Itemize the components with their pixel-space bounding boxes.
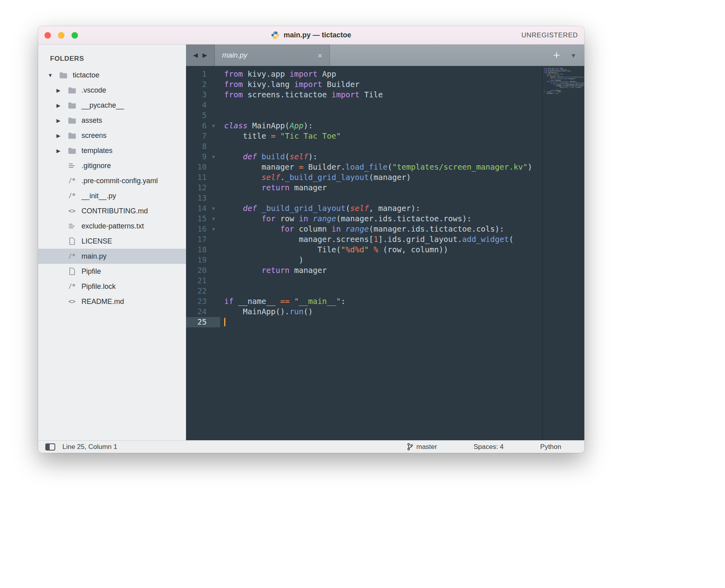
indentation-setting[interactable]: Spaces: 4 <box>473 443 504 451</box>
new-tab-icon[interactable]: + <box>553 49 560 61</box>
line-number[interactable]: 24 <box>186 307 207 317</box>
code-line-12[interactable]: 12 return manager <box>186 183 542 193</box>
disclosure-closed-icon[interactable]: ▶ <box>56 103 66 108</box>
tab-forward-icon[interactable]: ▶ <box>203 52 207 59</box>
code-line-24[interactable]: 24 MainApp().run() <box>186 307 542 317</box>
line-number[interactable]: 17 <box>186 234 207 245</box>
line-number[interactable]: 8 <box>186 141 207 152</box>
code-line-20[interactable]: 20 return manager <box>186 265 542 276</box>
tab-list-icon[interactable]: ▼ <box>570 52 576 59</box>
zoom-window-button[interactable] <box>72 32 78 39</box>
code-line-5[interactable]: 5 <box>186 110 542 121</box>
sidebar-toggle-icon[interactable] <box>45 443 55 451</box>
code-line-8[interactable]: 8 <box>186 141 542 152</box>
line-number[interactable]: 4 <box>186 100 207 110</box>
line-number[interactable]: 15 <box>186 214 207 224</box>
tree-file-__init__.py[interactable]: /*__init__.py <box>38 188 186 203</box>
line-number[interactable]: 19 <box>186 255 207 265</box>
code-line-1[interactable]: 1from kivy.app import App <box>186 69 542 79</box>
disclosure-open-icon[interactable]: ▼ <box>48 72 57 78</box>
code-area[interactable]: 1from kivy.app import App2from kivy.lang… <box>186 66 584 440</box>
fold-spacer <box>207 110 220 121</box>
tree-item-label: tictactoe <box>73 71 99 79</box>
disclosure-closed-icon[interactable]: ▶ <box>56 133 66 139</box>
code-lines[interactable]: 1from kivy.app import App2from kivy.lang… <box>186 66 542 440</box>
fold-arrow-icon[interactable]: ▼ <box>207 121 220 131</box>
tree-file-license[interactable]: LICENSE <box>38 234 186 249</box>
code-line-19[interactable]: 19 ) <box>186 255 542 265</box>
line-number[interactable]: 1 <box>186 69 207 79</box>
code-text: return manager <box>220 265 327 276</box>
fold-arrow-icon[interactable]: ▼ <box>207 152 220 162</box>
line-number[interactable]: 5 <box>186 110 207 121</box>
code-line-22[interactable]: 22 <box>186 286 542 296</box>
code-text: from kivy.lang import Builder <box>220 79 359 90</box>
code-text: Tile("%d%d" % (row, column)) <box>220 245 448 255</box>
code-icon: /* <box>66 283 78 290</box>
disclosure-closed-icon[interactable]: ▶ <box>56 118 66 124</box>
line-number[interactable]: 25 <box>186 317 207 327</box>
code-line-4[interactable]: 4 <box>186 100 542 110</box>
code-line-2[interactable]: 2from kivy.lang import Builder <box>186 79 542 90</box>
tree-file-.pre-commit-config.yaml[interactable]: /*.pre-commit-config.yaml <box>38 173 186 188</box>
line-number[interactable]: 10 <box>186 162 207 172</box>
code-line-25[interactable]: 25 <box>186 317 542 327</box>
code-line-13[interactable]: 13 <box>186 193 542 203</box>
line-number[interactable]: 22 <box>186 286 207 296</box>
disclosure-closed-icon[interactable]: ▶ <box>56 87 66 93</box>
tree-file-.gitignore[interactable]: .gitignore <box>38 158 186 173</box>
code-line-14[interactable]: 14▼ def _build_grid_layout(self, manager… <box>186 203 542 214</box>
line-number[interactable]: 2 <box>186 79 207 90</box>
tree-file-pipfile[interactable]: Pipfile <box>38 264 186 279</box>
tab-main-py[interactable]: main.py × <box>215 44 330 66</box>
code-line-10[interactable]: 10 manager = Builder.load_file("template… <box>186 162 542 172</box>
code-line-9[interactable]: 9▼ def build(self): <box>186 152 542 162</box>
code-line-17[interactable]: 17 manager.screens[1].ids.grid_layout.ad… <box>186 234 542 245</box>
minimap[interactable]: from kivy.app import Appfrom kivy.lang i… <box>542 66 584 440</box>
tree-folder-assets[interactable]: ▶assets <box>38 113 186 128</box>
line-number[interactable]: 16 <box>186 224 207 234</box>
fold-arrow-icon[interactable]: ▼ <box>207 214 220 224</box>
line-number[interactable]: 7 <box>186 131 207 141</box>
code-line-15[interactable]: 15▼ for row in range(manager.ids.tictact… <box>186 214 542 224</box>
tree-file-contributing.md[interactable]: <>CONTRIBUTING.md <box>38 203 186 219</box>
code-line-21[interactable]: 21 <box>186 276 542 286</box>
tree-folder-.vscode[interactable]: ▶.vscode <box>38 83 186 98</box>
syntax-language[interactable]: Python <box>540 443 561 451</box>
close-window-button[interactable] <box>45 32 51 39</box>
tree-file-pipfile.lock[interactable]: /*Pipfile.lock <box>38 279 186 294</box>
code-line-11[interactable]: 11 self._build_grid_layout(manager) <box>186 172 542 183</box>
tree-file-exclude-patterns.txt[interactable]: exclude-patterns.txt <box>38 219 186 234</box>
tree-folder-tictactoe[interactable]: ▼tictactoe <box>38 68 186 83</box>
tab-back-icon[interactable]: ◀ <box>193 52 198 59</box>
tree-folder-templates[interactable]: ▶templates <box>38 143 186 158</box>
line-number[interactable]: 3 <box>186 90 207 100</box>
line-number[interactable]: 20 <box>186 265 207 276</box>
tree-file-readme.md[interactable]: <>README.md <box>38 294 186 309</box>
tree-folder-__pycache__[interactable]: ▶__pycache__ <box>38 98 186 113</box>
tab-close-icon[interactable]: × <box>318 51 322 60</box>
line-number[interactable]: 11 <box>186 172 207 183</box>
line-number[interactable]: 23 <box>186 296 207 307</box>
code-line-7[interactable]: 7 title = "Tic Tac Toe" <box>186 131 542 141</box>
line-number[interactable]: 9 <box>186 152 207 162</box>
line-number[interactable]: 6 <box>186 121 207 131</box>
line-number[interactable]: 14 <box>186 203 207 214</box>
disclosure-closed-icon[interactable]: ▶ <box>56 148 66 154</box>
line-number[interactable]: 12 <box>186 183 207 193</box>
code-line-6[interactable]: 6▼class MainApp(App): <box>186 121 542 131</box>
code-text: for row in range(manager.ids.tictactoe.r… <box>220 214 471 224</box>
tree-item-label: templates <box>81 147 112 155</box>
line-number[interactable]: 13 <box>186 193 207 203</box>
line-number[interactable]: 21 <box>186 276 207 286</box>
code-line-23[interactable]: 23if __name__ == "__main__": <box>186 296 542 307</box>
line-number[interactable]: 18 <box>186 245 207 255</box>
code-line-18[interactable]: 18 Tile("%d%d" % (row, column)) <box>186 245 542 255</box>
fold-arrow-icon[interactable]: ▼ <box>207 203 220 214</box>
tree-file-main.py[interactable]: /*main.py <box>38 249 186 264</box>
code-line-3[interactable]: 3from screens.tictactoe import Tile <box>186 90 542 100</box>
fold-arrow-icon[interactable]: ▼ <box>207 224 220 234</box>
tree-folder-screens[interactable]: ▶screens <box>38 128 186 143</box>
minimize-window-button[interactable] <box>58 32 64 39</box>
code-line-16[interactable]: 16▼ for column in range(manager.ids.tict… <box>186 224 542 234</box>
